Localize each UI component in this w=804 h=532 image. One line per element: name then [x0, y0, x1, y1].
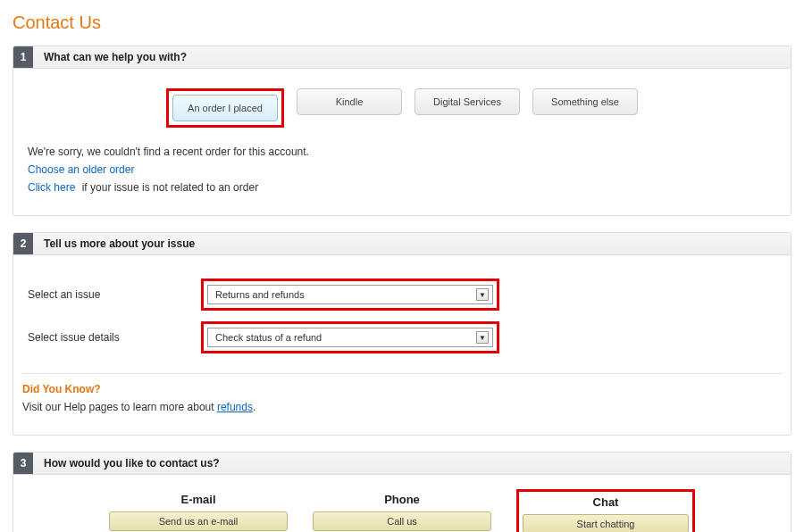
chat-heading: Chat [523, 495, 689, 509]
tab-digital-services[interactable]: Digital Services [415, 88, 520, 115]
section-title-1: What can we help you with? [44, 46, 187, 68]
email-heading: E-mail [109, 493, 288, 506]
contact-chat: Chat Start chatting [516, 489, 695, 532]
did-you-know-title: Did You Know? [22, 383, 782, 395]
refunds-link[interactable]: refunds [217, 401, 253, 413]
no-recent-order-msg: We're sorry, we couldn't find a recent o… [28, 145, 782, 158]
section-issue-detail: 2 Tell us more about your issue Select a… [13, 232, 791, 436]
issue-details-select[interactable]: Check status of a refund ▼ [207, 328, 493, 347]
section-title-3: How would you like to contact us? [44, 453, 220, 474]
issue-details-label: Select issue details [22, 331, 201, 344]
issue-select-value: Returns and refunds [215, 289, 305, 300]
call-us-button[interactable]: Call us [313, 511, 491, 531]
contact-email: E-mail Send us an e-mail [109, 493, 288, 532]
section-header-2: 2 Tell us more about your issue [13, 233, 791, 255]
section-header-1: 1 What can we help you with? [13, 46, 791, 69]
send-email-button[interactable]: Send us an e-mail [109, 511, 288, 531]
chevron-down-icon: ▼ [476, 288, 489, 301]
click-here-link[interactable]: Click here [28, 181, 75, 194]
section-header-3: 3 How would you like to contact us? [13, 453, 791, 475]
contact-phone: Phone Call us [313, 493, 491, 532]
section-contact-method: 3 How would you like to contact us? E-ma… [13, 452, 791, 532]
step-badge-2: 2 [13, 233, 33, 254]
section-help-topic: 1 What can we help you with? An order I … [13, 46, 791, 216]
section-title-2: Tell us more about your issue [44, 233, 195, 254]
page-title: Contact Us [13, 12, 791, 33]
highlight-issue-select: Returns and refunds ▼ [201, 278, 499, 311]
chevron-down-icon: ▼ [476, 331, 489, 344]
start-chatting-button[interactable]: Start chatting [523, 514, 689, 532]
phone-heading: Phone [313, 493, 491, 506]
choose-older-order-link[interactable]: Choose an older order [28, 163, 134, 176]
tab-order-i-placed[interactable]: An order I placed [172, 95, 278, 121]
step-badge-1: 1 [13, 46, 33, 68]
click-here-suffix: if your issue is not related to an order [79, 181, 258, 194]
step-badge-3: 3 [13, 453, 33, 474]
highlight-order-tab: An order I placed [166, 88, 284, 128]
issue-select[interactable]: Returns and refunds ▼ [207, 285, 493, 304]
did-you-know-text: Visit our Help pages to learn more about [22, 401, 217, 413]
issue-details-select-value: Check status of a refund [215, 332, 322, 343]
tab-kindle[interactable]: Kindle [297, 88, 402, 115]
divider [22, 373, 782, 374]
issue-label: Select an issue [22, 288, 201, 301]
tab-something-else[interactable]: Something else [532, 88, 638, 115]
highlight-details-select: Check status of a refund ▼ [201, 321, 499, 353]
